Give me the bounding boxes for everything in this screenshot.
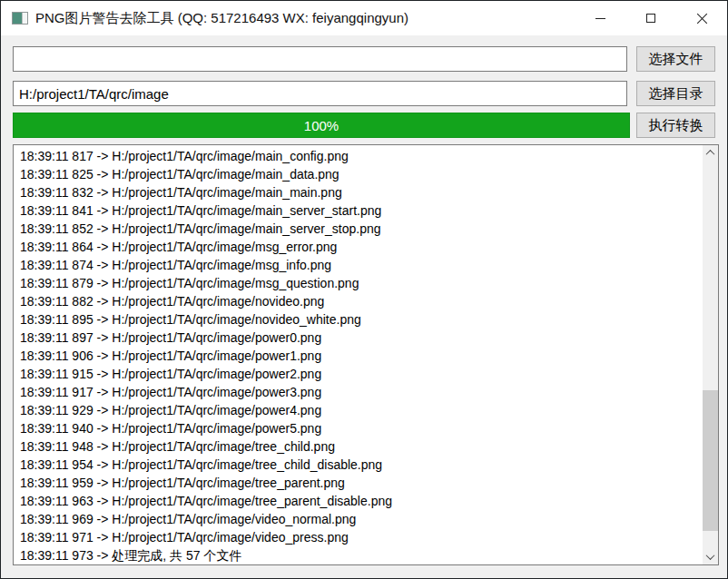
log-line: 18:39:11 897 -> H:/project1/TA/qrc/image… (20, 329, 696, 347)
run-convert-button[interactable]: 执行转换 (636, 113, 715, 138)
log-line: 18:39:11 879 -> H:/project1/TA/qrc/image… (20, 274, 696, 292)
log-line: 18:39:11 832 -> H:/project1/TA/qrc/image… (20, 183, 696, 201)
progress-label: 100% (304, 118, 339, 133)
dir-path-input[interactable] (13, 81, 627, 106)
scroll-up-button[interactable] (703, 145, 718, 161)
minimize-icon (595, 18, 605, 19)
log-line: 18:39:11 973 -> 处理完成, 共 57 个文件 (20, 546, 696, 564)
log-line: 18:39:11 895 -> H:/project1/TA/qrc/image… (20, 310, 696, 329)
window-title: PNG图片警告去除工具 (QQ: 517216493 WX: feiyangqi… (35, 10, 408, 27)
log-line: 18:39:11 906 -> H:/project1/TA/qrc/image… (20, 347, 696, 365)
app-icon-pane-right (23, 13, 27, 24)
log-line: 18:39:11 882 -> H:/project1/TA/qrc/image… (20, 292, 696, 310)
progress-fill: 100% (14, 113, 629, 137)
log-line: 18:39:11 963 -> H:/project1/TA/qrc/image… (20, 492, 696, 510)
log-line: 18:39:11 864 -> H:/project1/TA/qrc/image… (20, 238, 696, 256)
close-icon (696, 13, 708, 25)
log-line: 18:39:11 917 -> H:/project1/TA/qrc/image… (20, 383, 696, 401)
app-icon (12, 12, 28, 25)
log-line: 18:39:11 874 -> H:/project1/TA/qrc/image… (20, 256, 696, 274)
log-line: 18:39:11 915 -> H:/project1/TA/qrc/image… (20, 365, 696, 383)
caption-buttons (575, 1, 727, 35)
app-icon-pane-left (13, 13, 23, 24)
scroll-thumb[interactable] (703, 390, 718, 531)
log-line: 18:39:11 852 -> H:/project1/TA/qrc/image… (20, 220, 696, 238)
minimize-button[interactable] (575, 1, 625, 35)
log-line: 18:39:11 954 -> H:/project1/TA/qrc/image… (20, 456, 696, 474)
log-line: 18:39:11 959 -> H:/project1/TA/qrc/image… (20, 474, 696, 492)
maximize-button[interactable] (625, 1, 676, 35)
log-scrollbar[interactable] (703, 145, 718, 564)
log-line: 18:39:11 825 -> H:/project1/TA/qrc/image… (20, 165, 696, 183)
log-area[interactable]: 18:39:11 817 -> H:/project1/TA/qrc/image… (13, 144, 719, 565)
chevron-down-icon (706, 551, 715, 560)
log-line: 18:39:11 841 -> H:/project1/TA/qrc/image… (20, 201, 696, 220)
log-line: 18:39:11 817 -> H:/project1/TA/qrc/image… (20, 147, 696, 165)
maximize-icon (646, 14, 655, 23)
log-lines: 18:39:11 817 -> H:/project1/TA/qrc/image… (20, 147, 696, 564)
titlebar: PNG图片警告去除工具 (QQ: 517216493 WX: feiyangqi… (1, 1, 727, 35)
log-line: 18:39:11 948 -> H:/project1/TA/qrc/image… (20, 437, 696, 456)
app-window: PNG图片警告去除工具 (QQ: 517216493 WX: feiyangqi… (0, 0, 728, 579)
close-button[interactable] (676, 1, 727, 35)
select-dir-button[interactable]: 选择目录 (636, 81, 715, 106)
log-line: 18:39:11 940 -> H:/project1/TA/qrc/image… (20, 419, 696, 437)
select-file-button[interactable]: 选择文件 (636, 46, 715, 72)
chevron-up-icon (706, 150, 715, 159)
progress-bar: 100% (13, 113, 630, 138)
log-line: 18:39:11 969 -> H:/project1/TA/qrc/image… (20, 510, 696, 528)
log-line: 18:39:11 929 -> H:/project1/TA/qrc/image… (20, 401, 696, 419)
file-path-input[interactable] (13, 46, 627, 72)
scroll-down-button[interactable] (703, 549, 718, 564)
log-line: 18:39:11 971 -> H:/project1/TA/qrc/image… (20, 528, 696, 546)
